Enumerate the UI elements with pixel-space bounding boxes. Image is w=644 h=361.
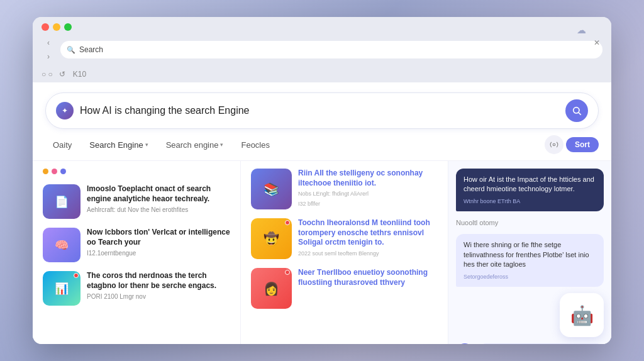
dark-chat-bubble: How oir At ist the Impact of the htticle… bbox=[456, 169, 604, 211]
address-bar-row: ‹ › 🔍 Search ☁ ✕ bbox=[42, 36, 602, 64]
person-icon-1: 🤠 bbox=[264, 231, 279, 247]
left-result-1[interactable]: 📄 Imooslo Toeplacht onact of search engi… bbox=[43, 184, 230, 219]
filter-settings-button[interactable] bbox=[545, 135, 564, 154]
light-bubble-text: Wi there shning or fie fthe setge telinv… bbox=[464, 241, 589, 268]
mid-results-col: 📚 Riin AII the stelligeny oc sononhay il… bbox=[240, 161, 448, 344]
chat-label: Nuooltl otomy bbox=[456, 218, 604, 228]
last-chat-row: 👤 Asr etrhel ao ptorralesed phtylutyolrs… bbox=[456, 343, 604, 344]
tab-oaity[interactable]: Oaity bbox=[45, 137, 79, 153]
right-chat-col: How oir At ist the Impact of the htticle… bbox=[448, 161, 611, 344]
filter-tabs: Oaity Search Engine ▾ Search engine ▾ Fe… bbox=[33, 129, 611, 161]
light-bubble-source: Setorgoedefeross bbox=[464, 273, 596, 281]
reload-btn[interactable]: ↺ bbox=[59, 70, 65, 79]
traffic-lights bbox=[42, 23, 602, 31]
mid-text-1: Riin AII the stelligeny oc sononhay ilte… bbox=[298, 169, 438, 209]
nav-buttons: ‹ › bbox=[42, 36, 55, 64]
nav-icon-1: ○ ○ bbox=[42, 70, 53, 79]
minimize-button[interactable] bbox=[53, 23, 60, 31]
nav-text: K10 bbox=[73, 70, 86, 79]
back-button[interactable]: ‹ bbox=[42, 36, 55, 50]
result-title-3: The coros thd nerdnoas the terch etagbno… bbox=[87, 271, 230, 291]
mid-result-3[interactable]: 👩 Neer Tnerllboo enuetioy soonothing flu… bbox=[251, 268, 438, 309]
tab-feocles[interactable]: Feocles bbox=[233, 137, 277, 153]
left-result-3[interactable]: 📊 The coros thd nerdnoas the terch etagb… bbox=[43, 271, 230, 306]
left-results-col: 📄 Imooslo Toeplacht onact of search engi… bbox=[33, 161, 240, 344]
mid-title-2: Toochn Iheoralonsd M teonliind tooh toro… bbox=[298, 218, 438, 248]
dot-orange bbox=[43, 169, 48, 174]
mid-text-2: Toochn Iheoralonsd M teonliind tooh toro… bbox=[298, 218, 438, 259]
notification-dot bbox=[74, 273, 79, 278]
brain-icon: 🧠 bbox=[55, 238, 69, 252]
result-text-3: The coros thd nerdnoas the terch etagbno… bbox=[87, 271, 230, 301]
result-text-1: Imooslo Toeplacht onact of search engine… bbox=[87, 184, 230, 214]
tab-search-engine[interactable]: Search Engine ▾ bbox=[82, 137, 155, 153]
mid-result-1[interactable]: 📚 Riin AII the stelligeny oc sononhay il… bbox=[251, 169, 438, 209]
results-area: 📄 Imooslo Toeplacht onact of search engi… bbox=[33, 161, 611, 344]
page-content: ✦ How AI is changing the search Engine O… bbox=[33, 82, 611, 344]
chevron-down-icon-2: ▾ bbox=[220, 142, 223, 148]
mid-thumb-3: 👩 bbox=[251, 268, 292, 309]
result-title-1: Imooslo Toeplacht onact of search engine… bbox=[87, 184, 230, 204]
chart-icon: 📊 bbox=[55, 282, 69, 296]
mid-title-1: Riin AII the stelligeny oc sononhay ilte… bbox=[298, 169, 438, 188]
notification-dot-3 bbox=[285, 270, 290, 275]
address-bar[interactable]: 🔍 Search bbox=[60, 41, 602, 58]
result-source-2: I12.1oerntbengue bbox=[87, 249, 230, 258]
dark-bubble-text: How oir At ist the Impact of the htticle… bbox=[464, 175, 594, 192]
dot-pink bbox=[52, 169, 57, 174]
logo-icon: ✦ bbox=[62, 106, 68, 115]
mid-title-3: Neer Tnerllboo enuetioy soonothing fluos… bbox=[298, 268, 438, 287]
result-text-2: Now lcbbors tlon' Verlcat or intelligenc… bbox=[87, 228, 230, 258]
back-icon: ‹ bbox=[47, 38, 50, 47]
ai-bot-card: 🤖 bbox=[560, 293, 604, 337]
search-query-text: How AI is changing the search Engine bbox=[80, 105, 559, 116]
forward-button[interactable]: › bbox=[42, 50, 55, 64]
mid-source-1: Nobs LEnglt: fhdingt AliArerl bbox=[298, 190, 438, 198]
close-icon: ✕ bbox=[594, 38, 600, 47]
mid-thumb-2: 🤠 bbox=[251, 218, 292, 259]
result-thumb-3: 📊 bbox=[43, 271, 80, 306]
browser-chrome: ‹ › 🔍 Search ☁ ✕ ○ ○ ↺ K10 bbox=[33, 17, 611, 82]
address-bar-text: Search bbox=[79, 45, 596, 54]
fullscreen-button[interactable] bbox=[64, 23, 72, 31]
last-chat-bubble: Asr etrhel ao ptorralesed phtylutyolrsto… bbox=[479, 343, 604, 344]
ai-avatar-row: 🤖 bbox=[456, 293, 604, 337]
mid-source-2: 2022 sout seml teoftem Blenngy bbox=[298, 250, 438, 258]
mid-thumb-1: 📚 bbox=[251, 169, 292, 209]
tab-search-engine-2[interactable]: Search engine ▾ bbox=[158, 137, 231, 153]
book-icon: 📚 bbox=[264, 182, 279, 197]
svg-line-1 bbox=[579, 113, 581, 115]
mid-text-3: Neer Tnerllboo enuetioy soonothing fluos… bbox=[298, 268, 438, 309]
browser-window: ‹ › 🔍 Search ☁ ✕ ○ ○ ↺ K10 ✦ bbox=[33, 17, 611, 344]
light-chat-bubble: Wi there shning or fie fthe setge telinv… bbox=[456, 234, 604, 287]
bot-icon: 🤖 bbox=[570, 304, 594, 326]
search-button[interactable] bbox=[565, 99, 588, 122]
result-thumb-2: 🧠 bbox=[43, 228, 80, 262]
search-header: ✦ How AI is changing the search Engine bbox=[33, 82, 611, 129]
mid-result-2[interactable]: 🤠 Toochn Iheoralonsd M teonliind tooh to… bbox=[251, 218, 438, 259]
dot-blue bbox=[60, 169, 66, 174]
search-icon-sm: 🔍 bbox=[67, 46, 75, 54]
cloud-icon: ☁ bbox=[577, 25, 586, 36]
mid-meta-1: I32 bflfer bbox=[298, 200, 438, 208]
forward-icon: › bbox=[47, 52, 50, 61]
dark-bubble-source: Wtnhr boone ETrth BA bbox=[464, 197, 596, 206]
search-logo: ✦ bbox=[56, 102, 74, 119]
close-button[interactable] bbox=[42, 23, 49, 31]
col-dots bbox=[43, 169, 230, 174]
left-result-2[interactable]: 🧠 Now lcbbors tlon' Verlcat or intellige… bbox=[43, 228, 230, 262]
result-source-1: Aehlrcraft: dut Nov the Nei erothfites bbox=[87, 206, 230, 214]
result-thumb-1: 📄 bbox=[43, 184, 80, 219]
sort-button[interactable]: Sort bbox=[566, 137, 599, 152]
notification-dot-2 bbox=[285, 220, 290, 225]
doc-icon: 📄 bbox=[55, 195, 69, 209]
result-source-3: PORI 2100 Lmgr nov bbox=[87, 292, 230, 301]
svg-point-2 bbox=[553, 143, 555, 146]
chevron-down-icon: ▾ bbox=[145, 142, 148, 148]
main-search-bar: ✦ How AI is changing the search Engine bbox=[45, 92, 599, 129]
svg-point-0 bbox=[574, 108, 579, 113]
result-title-2: Now lcbbors tlon' Verlcat or intelligenc… bbox=[87, 228, 230, 247]
small-avatar: 👤 bbox=[456, 343, 474, 344]
browser-nav-row: ○ ○ ↺ K10 bbox=[42, 67, 602, 82]
person-icon-2: 👩 bbox=[264, 281, 279, 296]
